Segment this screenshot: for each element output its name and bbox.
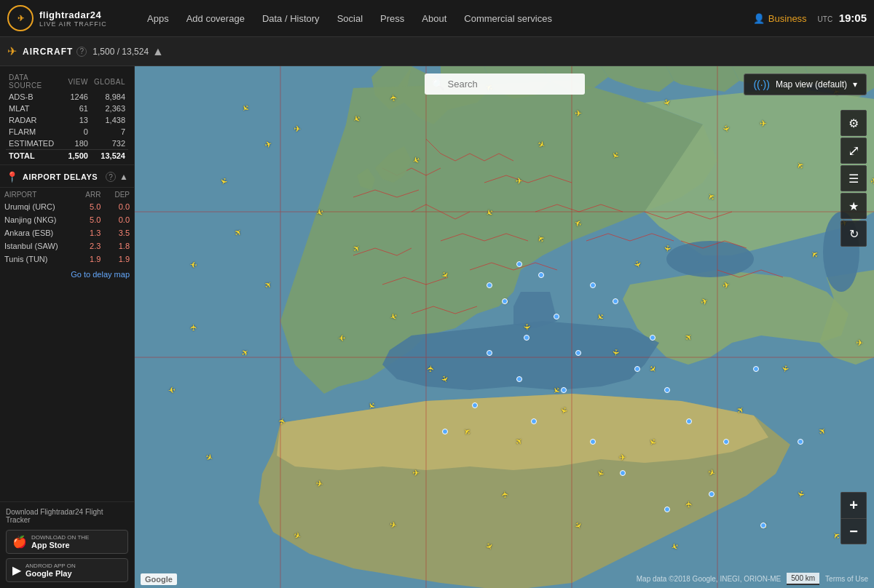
aircraft-count: 1,500 / 13,524 [92,47,149,57]
nav-apps[interactable]: Apps [138,13,178,24]
settings-button[interactable]: ⚙ [840,110,867,136]
zoom-out-button[interactable]: − [840,518,867,544]
logo-icon: ✈ [7,5,34,31]
table-row: Tunis (TUN)1.91.9 [0,253,134,266]
business-button[interactable]: 👤 Business [753,13,807,24]
apple-icon: 🍎 [12,535,27,549]
dropdown-chevron-icon: ▾ [853,79,857,90]
aircraft-bar: ✈ AIRCRAFT ? 1,500 / 13,524 ▲ [0,37,874,66]
sidebar: DATA SOURCE VIEW GLOBAL ADS-B12468,984ML… [0,66,135,588]
ds-col-source: DATA SOURCE [6,72,65,91]
table-row: ESTIMATED180732 [6,138,128,150]
aircraft-label: AIRCRAFT [23,47,73,57]
download-title: Download Flightradar24 Flight Tracker [6,508,128,524]
table-row: FLARM07 [6,126,128,138]
map-view-button[interactable]: ((·)) Map view (default) ▾ [744,74,867,95]
fullscreen-button[interactable]: ⤢ [840,138,867,164]
top-navigation: ✈ flightradar24 LIVE AIR TRAFFIC Apps Ad… [0,0,874,37]
table-row: ADS-B12468,984 [6,91,128,103]
ds-col-global: GLOBAL [91,72,128,91]
table-row: Nanjing (NKG)5.00.0 [0,213,134,226]
logo[interactable]: ✈ flightradar24 LIVE AIR TRAFFIC [7,5,124,31]
nav-data-history[interactable]: Data / History [253,13,328,24]
aircraft-chevron-icon[interactable]: ▲ [152,45,164,58]
download-section: Download Flightradar24 Flight Tracker 🍎 … [0,501,134,588]
map-area[interactable]: ✈✈✈✈✈✈✈✈✈✈✈✈✈✈✈✈✈✈✈✈✈✈✈✈✈✈✈✈✈✈✈✈✈✈✈✈✈✈✈✈… [135,66,874,588]
table-row: Urumqi (URC)5.00.0 [0,200,134,213]
star-button[interactable]: ★ [840,193,867,219]
google-play-button[interactable]: ▶ ANDROID APP ON Google Play [6,558,128,582]
ap-col-dep: DEP [105,188,134,200]
ds-col-view: VIEW [65,72,91,91]
table-row: Ankara (ESB)1.33.5 [0,226,134,239]
nav-about[interactable]: About [413,13,455,24]
user-icon: 👤 [753,13,765,24]
delays-chevron-icon[interactable]: ▲ [119,172,128,182]
logo-title: flightradar24 [39,9,107,20]
table-row: RADAR131,438 [6,114,128,126]
zoom-controls: + − [840,492,867,544]
zoom-in-button[interactable]: + [840,492,867,518]
map-attribution: Map data ©2018 Google, INEGI, ORION-ME [637,575,782,583]
android-icon: ▶ [12,563,21,577]
table-row: MLAT612,363 [6,103,128,114]
utc-time: UTC 19:05 [818,12,867,25]
location-icon: 📍 [6,171,18,183]
google-logo: Google [141,573,177,585]
delays-title: AIRPORT DELAYS [23,172,106,181]
map-right-controls: ⚙ ⤢ ☰ ★ ↻ [840,110,867,247]
map-top-controls: 🔍 ((·)) Map view (default) ▾ [135,74,874,95]
ap-col-airport: AIRPORT [0,188,76,200]
airports-table: AIRPORT ARR DEP Urumqi (URC)5.00.0Nanjin… [0,188,134,266]
nav-social[interactable]: Social [328,13,371,24]
delays-help-icon[interactable]: ? [106,172,116,182]
nav-commercial[interactable]: Commercial services [455,13,561,24]
nav-links: Apps Add coverage Data / History Social … [138,13,753,24]
logo-subtitle: LIVE AIR TRAFFIC [39,20,107,28]
table-row: Istanbul (SAW)2.31.8 [0,239,134,253]
refresh-button[interactable]: ↻ [840,220,867,247]
data-source-section: DATA SOURCE VIEW GLOBAL ADS-B12468,984ML… [0,66,134,165]
search-wrapper: 🔍 [425,74,585,95]
main-layout: DATA SOURCE VIEW GLOBAL ADS-B12468,984ML… [0,66,874,588]
go-to-delay-map-link[interactable]: Go to delay map [0,266,134,285]
filter-button[interactable]: ☰ [840,165,867,191]
app-store-button[interactable]: 🍎 DOWNLOAD ON THE App Store [6,530,128,554]
scale-bar: 500 km [787,573,819,585]
data-source-table: DATA SOURCE VIEW GLOBAL ADS-B12468,984ML… [6,72,128,162]
map-bottom: Google Map data ©2018 Google, INEGI, ORI… [135,570,874,588]
map-svg [135,66,874,588]
ap-col-arr: ARR [76,188,105,200]
airport-delays-header: 📍 AIRPORT DELAYS ? ▲ [0,165,134,188]
nav-add-coverage[interactable]: Add coverage [178,13,253,24]
table-row-total: TOTAL1,50013,524 [6,150,128,162]
search-input[interactable] [425,74,585,95]
aircraft-help-icon[interactable]: ? [76,47,87,57]
terms-link[interactable]: Terms of Use [825,575,868,583]
radio-icon: ((·)) [753,79,770,90]
aircraft-icon: ✈ [7,44,17,58]
nav-press[interactable]: Press [371,13,413,24]
